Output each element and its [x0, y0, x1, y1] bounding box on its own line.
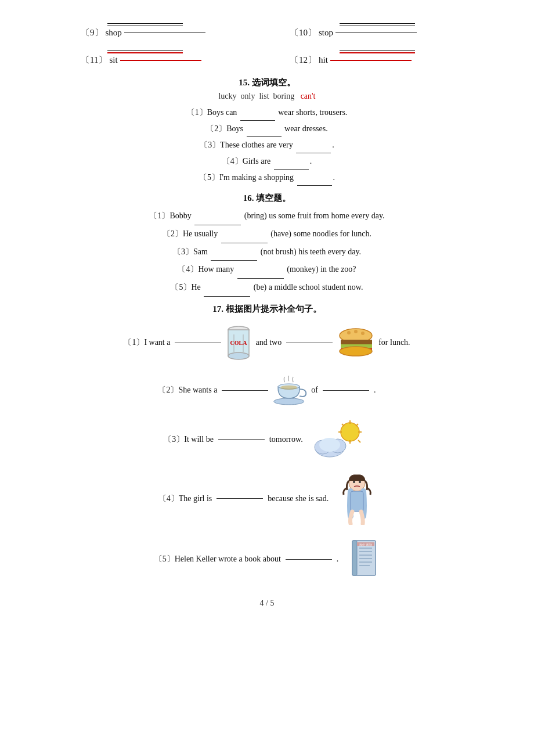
verb-10-lines — [340, 23, 427, 26]
section-16-header: 16. 填空题。 — [35, 193, 499, 204]
ex17-5-end: . — [337, 555, 339, 564]
blank-17-1a[interactable] — [175, 343, 221, 343]
blank-17-2a[interactable] — [222, 390, 268, 391]
section-16: 16. 填空题。 〔1〕Bobby (bring) us some fruit … — [35, 193, 499, 297]
section-15: 15. 选词填空。 lucky only list boring can't 〔… — [35, 77, 499, 186]
svg-point-13 — [361, 332, 365, 335]
ex16-5: 〔5〕He (be) a middle school student now. — [35, 279, 499, 297]
page: 〔9〕 shop 〔10〕 stop 〔11〕 — [0, 0, 534, 756]
verb-12-row: 〔12〕 hit — [279, 55, 488, 66]
svg-point-2 — [228, 352, 249, 359]
ex16-3: 〔3〕Sam (not brush) his teeth every day. — [35, 243, 499, 261]
verb-10-bracket: 〔10〕 — [290, 27, 316, 38]
blank-17-4[interactable] — [217, 498, 263, 499]
verb-10-label: stop — [319, 28, 333, 38]
ex15-3: 〔3〕These clothes are very . — [35, 137, 499, 153]
svg-point-16 — [280, 386, 298, 390]
blank-17-1b[interactable] — [286, 343, 333, 343]
ex16-2: 〔2〕He usually (have) some noodles for lu… — [35, 225, 499, 243]
blank-16-5[interactable] — [204, 296, 250, 297]
svg-line-22 — [342, 424, 344, 426]
svg-rect-35 — [352, 541, 357, 575]
svg-rect-33 — [351, 491, 363, 512]
blank-17-5[interactable] — [286, 559, 332, 560]
ex16-1: 〔1〕Bobby (bring) us some fruit from home… — [35, 207, 499, 225]
blank-17-2b[interactable] — [323, 390, 369, 391]
verb-9-label: shop — [106, 28, 122, 38]
word-bank-cant: can't — [301, 92, 316, 100]
svg-rect-7 — [341, 340, 372, 344]
blank-17-3[interactable] — [218, 439, 265, 440]
svg-text:海伦·凯勒: 海伦·凯勒 — [360, 543, 372, 546]
ex17-4-end: because she is sad. — [268, 494, 329, 503]
ex17-4-bracket: 〔4〕The girl is — [158, 494, 212, 504]
svg-point-11 — [347, 331, 351, 334]
ex17-5-bracket: 〔5〕Helen Keller wrote a book about — [154, 554, 281, 564]
verb-9-bracket: 〔9〕 — [81, 27, 103, 38]
blank-15-5[interactable] — [297, 185, 332, 186]
ex17-4-row: 〔4〕The girl is because she is sad. — [35, 473, 499, 525]
verb-11-row: 〔11〕 sit — [46, 55, 255, 66]
ex17-1-and: and two — [255, 338, 282, 347]
svg-point-10 — [340, 347, 372, 356]
ex17-5-row: 〔5〕Helen Keller wrote a book about . 海伦·… — [35, 538, 499, 581]
book-icon: 海伦·凯勒 — [348, 538, 380, 581]
svg-point-14 — [274, 398, 304, 405]
ex17-2-bracket: 〔2〕She wants a — [158, 385, 217, 395]
ex15-1: 〔1〕Boys can wear shorts, trousers. — [35, 105, 499, 121]
sun-cloud-icon — [312, 419, 370, 460]
ex16-4: 〔4〕How many (monkey) in the zoo? — [35, 261, 499, 279]
ex15-2: 〔2〕Boys wear dresses. — [35, 121, 499, 137]
verb-11-label: sit — [109, 55, 117, 65]
verb-9-row: 〔9〕 shop — [46, 27, 255, 38]
ex17-1-row: 〔1〕I want a COLA and two — [35, 324, 499, 362]
svg-point-29 — [319, 438, 340, 452]
verb-10-row: 〔10〕 stop — [279, 27, 488, 38]
teacup-icon — [273, 375, 308, 406]
ex17-2-of: of — [311, 386, 318, 395]
word-bank: lucky only list boring can't — [35, 92, 499, 101]
verb-forms-section: 〔9〕 shop 〔10〕 stop 〔11〕 — [35, 23, 499, 66]
verb-11-lines — [107, 50, 194, 53]
ex15-5: 〔5〕I'm making a shopping . — [35, 170, 499, 186]
ex15-4: 〔4〕Girls are . — [35, 153, 499, 170]
section-17: 17. 根据图片提示补全句子。 〔1〕I want a COLA and two — [35, 304, 499, 581]
svg-point-12 — [354, 330, 358, 333]
page-number: 4 / 5 — [35, 599, 499, 608]
ex17-2-row: 〔2〕She wants a of . — [35, 375, 499, 406]
verb-11-bracket: 〔11〕 — [81, 55, 107, 66]
section-15-header: 15. 选词填空。 — [35, 77, 499, 88]
ex17-3-tomorrow: tomorrow. — [269, 435, 303, 444]
section-17-header: 17. 根据图片提示补全句子。 — [35, 304, 499, 315]
ex17-1-bracket: 〔1〕I want a — [124, 337, 170, 348]
svg-line-24 — [356, 424, 358, 426]
svg-text:COLA: COLA — [230, 340, 248, 346]
verb-9-lines — [107, 23, 194, 26]
can-icon: COLA — [226, 324, 252, 362]
svg-point-32 — [359, 481, 361, 483]
verb-12-lines — [340, 50, 427, 53]
ex17-1-end: for lunch. — [378, 338, 410, 347]
ex17-2-end: . — [374, 386, 376, 395]
burger-icon — [337, 327, 375, 359]
ex17-3-row: 〔3〕It will be tomorrow. — [35, 419, 499, 460]
svg-line-23 — [358, 440, 360, 442]
girl-icon — [338, 473, 376, 525]
verb-12-label: hit — [319, 55, 328, 65]
svg-point-31 — [353, 481, 355, 483]
verb-12-bracket: 〔12〕 — [290, 55, 316, 66]
ex17-3-bracket: 〔3〕It will be — [164, 434, 214, 445]
